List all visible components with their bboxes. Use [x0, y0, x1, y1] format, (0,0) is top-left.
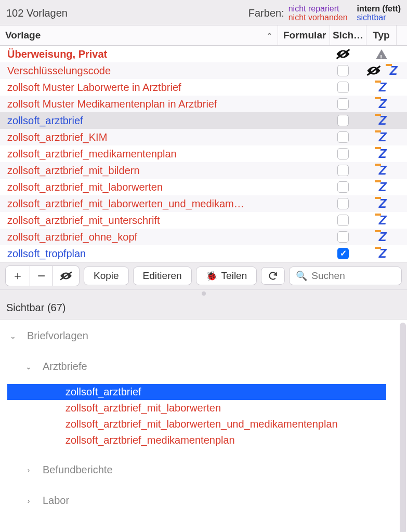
search-icon: 🔍 — [296, 270, 307, 282]
table-row[interactable]: zollsoft_arztbriefZ — [0, 112, 407, 129]
sichtbar-cell — [325, 65, 361, 76]
typ-cell: Z — [361, 130, 402, 144]
z-type-icon: Z — [377, 164, 387, 177]
z-type-icon: Z — [377, 214, 387, 227]
tree-leaf-label: zollsoft_arztbrief_medikamentenplan — [65, 434, 235, 446]
table-row[interactable]: zollsoft Muster Medikamentenplan in Arzt… — [0, 96, 407, 112]
table-row[interactable]: zollsoft_arztbrief_mit_bildernZ — [0, 162, 407, 179]
z-type-icon: Z — [377, 197, 387, 210]
typ-cell: Z — [361, 164, 402, 177]
share-button[interactable]: 🐞 Teilen — [196, 267, 257, 285]
legend-col-2: intern (fett) sichtbar — [357, 4, 401, 22]
tree-leaf[interactable]: zollsoft_arztbrief_mit_laborwerten_und_m… — [7, 416, 397, 432]
visibility-checkbox[interactable] — [337, 215, 349, 226]
split-handle[interactable] — [0, 289, 407, 297]
sichtbar-cell — [325, 165, 361, 176]
table-row[interactable]: zollsoft_arztbrief_KIMZ — [0, 129, 407, 145]
typ-cell — [361, 49, 402, 59]
sichtbar-cell — [325, 49, 361, 59]
z-type-icon: Z — [377, 114, 387, 127]
sichtbar-cell — [325, 215, 361, 226]
sichtbar-cell — [325, 198, 361, 209]
tree-leaf[interactable]: zollsoft_arztbrief_medikamentenplan — [7, 432, 397, 448]
table-row[interactable]: zollsoft_tropfplanZ — [0, 245, 407, 262]
table-row[interactable]: zollsoft_arztbrief_mit_unterschriftZ — [0, 212, 407, 229]
tree-group-briefvorlagen[interactable]: ⌄ Briefvorlagen — [7, 327, 397, 345]
legend-nicht-repariert: nicht repariert — [288, 4, 348, 13]
table-row[interactable]: VerschlüsselungscodeZ — [0, 62, 407, 79]
table-row[interactable]: zollsoft_arztbrief_mit_laborwertenZ — [0, 179, 407, 195]
sichtbar-cell — [325, 131, 361, 143]
tree-group-arztbriefe[interactable]: ⌄ Arztbriefe — [7, 357, 397, 376]
minus-icon: − — [37, 269, 45, 283]
template-name: Verschlüsselungscode — [7, 64, 273, 77]
visibility-checkbox[interactable] — [337, 231, 349, 243]
plus-icon: ＋ — [12, 270, 23, 282]
visibility-checkbox[interactable] — [337, 198, 349, 209]
remove-button[interactable]: − — [30, 265, 53, 286]
scrollbar[interactable] — [400, 323, 406, 532]
edit-button[interactable]: Editieren — [133, 267, 192, 285]
col-vorlage[interactable]: Vorlage ⌃ — [0, 25, 278, 45]
eye-slash-icon — [335, 49, 351, 59]
bug-icon: 🐞 — [206, 270, 217, 282]
share-label: Teilen — [221, 270, 247, 282]
table-row[interactable]: Überweisung, Privat — [0, 46, 407, 62]
chevron-down-icon: ⌄ — [7, 332, 19, 340]
tree-leaf-label: zollsoft_arztbrief — [65, 386, 141, 397]
visibility-checkbox[interactable] — [337, 148, 349, 159]
table-row[interactable]: zollsoft_arztbrief_medikamentenplanZ — [0, 145, 407, 162]
add-button[interactable]: ＋ — [5, 265, 30, 286]
tree-group-labor[interactable]: › Labor — [7, 491, 397, 510]
template-name: zollsoft_arztbrief_mit_laborwerten_und_m… — [7, 197, 273, 210]
farben-label: Farben: — [248, 7, 284, 19]
legend-sichtbar: sichtbar — [357, 13, 401, 22]
tree-group-befundberichte[interactable]: › Befundberichte — [7, 461, 397, 479]
visibility-checkbox[interactable] — [337, 65, 349, 76]
tree-label: Briefvorlagen — [27, 330, 88, 342]
visibility-checkbox[interactable] — [337, 165, 349, 176]
col-typ[interactable]: Typ — [366, 25, 397, 45]
visibility-checkbox[interactable] — [337, 115, 349, 126]
template-name: zollsoft_tropfplan — [7, 247, 273, 260]
legend-nicht-vorhanden: nicht vorhanden — [288, 13, 348, 22]
refresh-button[interactable] — [261, 267, 285, 285]
table-row[interactable]: zollsoft Muster Laborwerte in ArztbriefZ — [0, 79, 407, 96]
visibility-checkbox[interactable] — [337, 131, 349, 143]
tree-label: Labor — [43, 495, 69, 507]
visibility-checkbox[interactable] — [337, 98, 349, 110]
tree-leaf[interactable]: zollsoft_arztbrief_mit_laborwerten — [7, 400, 397, 416]
toggle-visibility-button[interactable] — [53, 265, 80, 286]
sichtbar-cell — [325, 248, 361, 259]
typ-cell: Z — [361, 64, 402, 77]
tree-leaf[interactable]: zollsoft_arztbrief — [7, 384, 386, 400]
chevron-right-icon: › — [23, 497, 34, 505]
z-type-icon: Z — [377, 81, 387, 94]
typ-cell: Z — [361, 97, 402, 111]
sichtbar-cell — [325, 181, 361, 193]
sichtbar-cell — [325, 82, 361, 93]
tree-label: Arztbriefe — [43, 361, 87, 373]
z-type-icon: Z — [377, 130, 387, 144]
eye-slash-icon — [59, 271, 73, 281]
typ-cell: Z — [361, 197, 402, 210]
visibility-checkbox[interactable] — [337, 248, 349, 259]
sichtbar-cell — [325, 231, 361, 243]
tree-leaf-label: zollsoft_arztbrief_mit_laborwerten_und_m… — [65, 418, 338, 430]
chevron-down-icon: ⌄ — [23, 363, 34, 371]
visibility-checkbox[interactable] — [337, 181, 349, 193]
table-row[interactable]: zollsoft_arztbrief_mit_laborwerten_und_m… — [0, 195, 407, 212]
typ-cell: Z — [361, 247, 402, 260]
col-formular[interactable]: Formular — [278, 25, 330, 45]
add-remove-group: ＋ − — [5, 265, 80, 286]
z-type-icon: Z — [377, 147, 387, 161]
visibility-checkbox[interactable] — [337, 82, 349, 93]
legend-intern-fett: intern (fett) — [357, 4, 401, 13]
table-row[interactable]: zollsoft_arztbrief_ohne_kopfZ — [0, 229, 407, 245]
search-input[interactable] — [311, 270, 395, 282]
search-field[interactable]: 🔍 — [289, 267, 402, 285]
copy-button[interactable]: Kopie — [84, 267, 129, 285]
template-name: zollsoft Muster Laborwerte in Arztbrief — [7, 81, 273, 94]
chevron-right-icon: › — [23, 466, 34, 474]
col-sichtbar[interactable]: Sich… — [330, 25, 366, 45]
